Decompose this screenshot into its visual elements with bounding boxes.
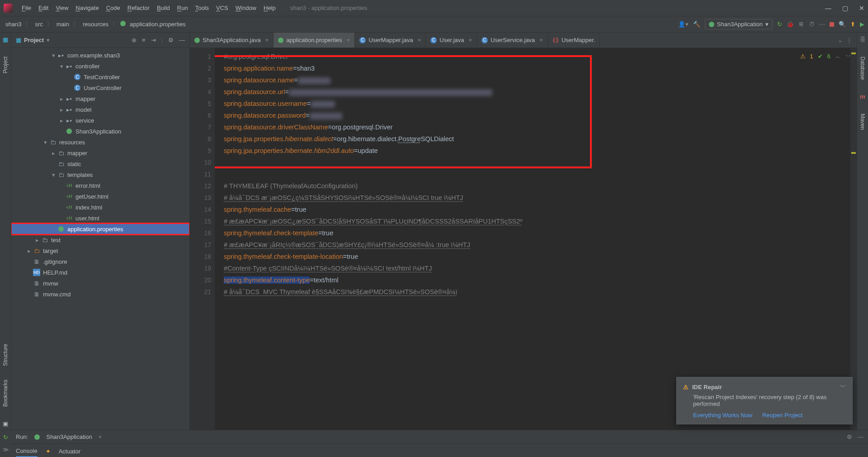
run-config-selector[interactable]: Shan3Application ▾ — [705, 19, 773, 29]
project-panel-title[interactable]: Project — [24, 37, 44, 43]
menu-build[interactable]: Build — [153, 3, 174, 13]
settings-icon[interactable]: ⚙ — [168, 37, 174, 43]
tree-row[interactable]: ▾🗀resources — [11, 137, 189, 148]
bookmarks-tool-label[interactable]: Bookmarks — [2, 380, 9, 407]
code-line[interactable]: spring.datasource.name= — [224, 74, 857, 86]
database-tool-icon[interactable]: 🗄 — [860, 36, 866, 43]
notif-collapse-icon[interactable]: ﹀ — [840, 383, 846, 391]
tree-row[interactable]: ▸🗀mapper — [11, 148, 189, 158]
tree-row[interactable]: ▸▸▪model — [11, 104, 189, 115]
close-tab-icon[interactable]: × — [265, 37, 269, 43]
chevron-down-icon[interactable]: ▾ — [47, 37, 50, 43]
project-tool-label[interactable]: Project — [2, 57, 9, 73]
tree-row[interactable]: ▾🗀templates — [11, 169, 189, 180]
code-editor[interactable]: ⚠1 ✔6 ︿ ﹀ #org.postgresql.Driverspring.a… — [215, 48, 857, 430]
project-tree[interactable]: ▾▸▪com.example.shan3▾▸▪controllerCTestCo… — [11, 48, 189, 430]
more-icon[interactable]: ≫ — [3, 446, 9, 453]
menu-help[interactable]: Help — [260, 3, 279, 13]
code-line[interactable]: spring.datasource.driverClassName=org.po… — [224, 121, 857, 133]
code-line[interactable]: # æ£æAPC¥æ¨¡åRIç½®æSOS¯åDCS¦æSHY£ç¡®ï¼HT… — [224, 239, 857, 251]
tree-arrow-icon[interactable]: ▸ — [60, 95, 66, 102]
menu-view[interactable]: View — [52, 3, 72, 13]
database-tool-label[interactable]: Database — [859, 57, 866, 80]
menu-code[interactable]: Code — [103, 3, 124, 13]
coverage-icon[interactable]: ⛨ — [798, 21, 804, 28]
tree-row[interactable]: <Huser.html — [11, 213, 189, 224]
maven-tool-label[interactable]: Maven — [859, 114, 866, 130]
code-line[interactable]: spring.datasource.username= — [224, 98, 857, 109]
inspection-hints[interactable]: ⚠1 ✔6 ︿ ﹀ — [800, 51, 851, 62]
maven-tool-icon[interactable]: m — [860, 93, 865, 100]
breadcrumb-item[interactable]: resources — [81, 21, 110, 28]
code-line[interactable]: # THYMELEAF (ThymeleafAutoConfiguration) — [224, 180, 857, 192]
editor-scrollbar[interactable] — [850, 48, 857, 430]
collapse-all-icon[interactable]: ⇥ — [151, 37, 156, 43]
tree-row[interactable]: ▸🗀target — [11, 245, 189, 256]
code-line[interactable] — [224, 157, 857, 168]
code-line[interactable]: #Content-Type çSCIINDå¼ï¼HTSé»SOSè®¤å¼ï¼… — [224, 262, 857, 274]
tree-arrow-icon[interactable]: ▸ — [28, 248, 33, 254]
search-icon[interactable]: 🔍 — [839, 21, 846, 28]
tree-row[interactable]: 🗎mvnw — [11, 278, 189, 289]
bottom-left-icon[interactable]: ▣ — [3, 420, 8, 427]
hide-panel-icon[interactable]: — — [179, 37, 185, 43]
structure-tool-label[interactable]: Structure — [2, 344, 9, 366]
code-line[interactable]: # å¼å¯DCS MVC Thymeleaf è§SSAåCSI¾è§£æPM… — [224, 286, 857, 298]
tree-row[interactable]: CUserController — [11, 82, 189, 93]
tree-arrow-icon[interactable]: ▾ — [52, 52, 57, 59]
menu-tools[interactable]: Tools — [192, 3, 212, 13]
menu-refactor[interactable]: Refactor — [124, 3, 153, 13]
stop-button[interactable] — [830, 22, 834, 27]
run-settings-icon[interactable]: ⚙ — [847, 433, 852, 440]
tree-row[interactable]: ▸▸▪service — [11, 115, 189, 126]
maximize-button[interactable]: ▢ — [842, 5, 848, 12]
rerun-icon[interactable]: ↻ — [777, 21, 782, 28]
expand-all-icon[interactable]: ≡ — [142, 37, 146, 43]
tree-row[interactable]: 🗎mvnw.cmd — [11, 289, 189, 300]
debug-icon[interactable]: 🐞 — [787, 21, 794, 28]
code-line[interactable]: spring.datasource.url= — [224, 86, 857, 98]
tree-row[interactable]: ▸🗀test — [11, 234, 189, 245]
tree-row[interactable]: <Herror.html — [11, 180, 189, 191]
hide-run-icon[interactable]: — — [858, 433, 863, 440]
tree-row[interactable]: <HgetUser.html — [11, 191, 189, 202]
close-run-tab-icon[interactable]: × — [99, 433, 102, 440]
breadcrumb-item[interactable]: application.properties — [128, 21, 188, 28]
tree-row[interactable]: <Hindex.html — [11, 202, 189, 213]
tree-row[interactable]: 🗀static — [11, 158, 189, 169]
tree-row[interactable]: Shan3Application — [11, 126, 189, 137]
prev-highlight-icon[interactable]: ︿ — [835, 51, 841, 62]
code-line[interactable]: # æ£æAPC¥æ¨¡æOSC¿æSOS¯åDCS¦åSHYSOSåST¨ï¼… — [224, 215, 857, 227]
sync-icon[interactable]: ⬆ — [850, 21, 855, 28]
tabs-dropdown-icon[interactable]: ⌄ — [838, 37, 843, 43]
tree-arrow-icon[interactable]: ▾ — [44, 139, 49, 146]
menu-file[interactable]: File — [18, 3, 35, 13]
code-line[interactable]: #org.postgresql.Driver — [224, 51, 857, 62]
project-tool-icon[interactable]: ▦ — [3, 36, 8, 43]
tree-row[interactable]: 🗎.gitignore — [11, 256, 189, 267]
tree-row[interactable]: application.properties — [11, 224, 189, 234]
menu-vcs[interactable]: VCS — [212, 3, 232, 13]
code-line[interactable]: spring.jpa.properties.hibernate.dialect=… — [224, 133, 857, 145]
code-line[interactable]: spring.thymeleaf.content-type=text/html — [224, 274, 857, 286]
editor-tab[interactable]: application.properties× — [274, 33, 355, 48]
tree-arrow-icon[interactable]: ▾ — [52, 171, 57, 178]
editor-tab[interactable]: CUserMapper.java× — [355, 33, 426, 48]
user-icon[interactable]: 👤▾ — [678, 21, 689, 28]
profile-icon[interactable]: ⏱ — [809, 21, 815, 28]
ide-services-icon[interactable]: ▶ — [860, 21, 864, 28]
code-line[interactable]: spring.thymeleaf.cache=true — [224, 204, 857, 215]
close-tab-icon[interactable]: × — [347, 37, 350, 43]
close-window-button[interactable]: ✕ — [859, 5, 864, 12]
menu-edit[interactable]: Edit — [35, 3, 52, 13]
code-line[interactable]: spring.thymeleaf.check-template=true — [224, 227, 857, 239]
tree-arrow-icon[interactable]: ▸ — [52, 150, 57, 157]
editor-tab[interactable]: CUserService.java× — [477, 33, 548, 48]
editor-tab[interactable]: Shan3Application.java× — [190, 33, 274, 48]
console-tab[interactable]: Console — [16, 446, 38, 457]
tabs-more-icon[interactable]: ⋮ — [846, 37, 852, 43]
tree-row[interactable]: ▸▸▪mapper — [11, 93, 189, 104]
minimize-button[interactable]: — — [825, 5, 831, 12]
rerun-icon[interactable]: ↻ — [3, 434, 8, 441]
tree-arrow-icon[interactable]: ▸ — [60, 117, 66, 124]
